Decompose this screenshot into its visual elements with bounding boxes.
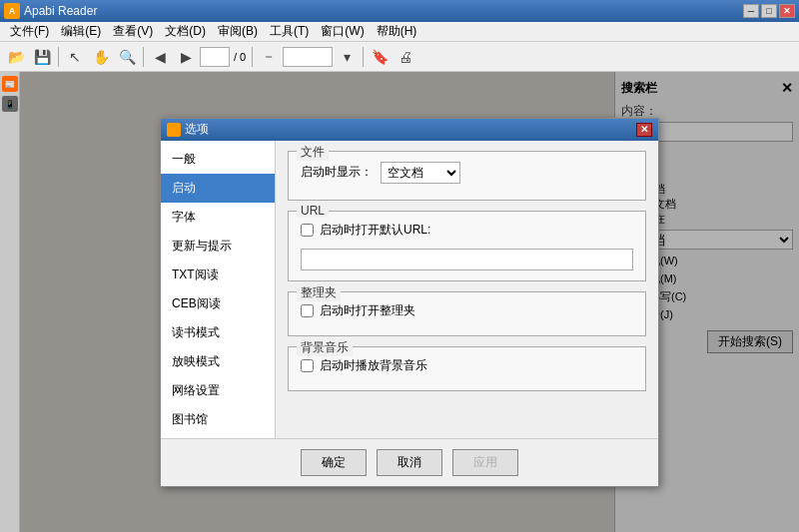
close-button[interactable]: ✕ bbox=[779, 4, 795, 18]
dialog-content: 文件 启动时显示： 空文档 上次文件 对话框 bbox=[276, 141, 658, 438]
nav-ceb-read[interactable]: CEB阅读 bbox=[161, 289, 275, 318]
music-section-label: 背景音乐 bbox=[297, 339, 353, 356]
window-controls: ─ □ ✕ bbox=[743, 4, 795, 18]
next-page-button[interactable]: ▶ bbox=[174, 45, 198, 69]
url-section: URL 启动时打开默认URL: bbox=[288, 211, 646, 281]
app-title: Apabi Reader bbox=[24, 4, 743, 18]
startup-display-row: 启动时显示： 空文档 上次文件 对话框 bbox=[301, 162, 633, 184]
file-section: 文件 启动时显示： 空文档 上次文件 对话框 bbox=[288, 151, 646, 201]
url-section-label: URL bbox=[297, 204, 329, 218]
open-folder-button[interactable]: 📂 bbox=[4, 45, 28, 69]
modal-overlay: 选项 ✕ 一般 启动 字体 更新与提示 TXT阅读 CEB阅读 读书模式 bbox=[20, 72, 799, 532]
separator-3 bbox=[252, 47, 253, 67]
menu-edit[interactable]: 编辑(E) bbox=[55, 21, 107, 42]
sidebar-rss-icon[interactable]: 📰 bbox=[2, 76, 18, 92]
nav-read-mode[interactable]: 读书模式 bbox=[161, 318, 275, 347]
url-checkbox-label: 启动时打开默认URL: bbox=[320, 222, 430, 239]
page-total: / 0 bbox=[232, 51, 248, 63]
toolbar: 📂 💾 ↖ ✋ 🔍 ◀ ▶ / 0 － ▾ 🔖 🖨 bbox=[0, 42, 799, 72]
page-input[interactable] bbox=[200, 47, 230, 67]
save-button[interactable]: 💾 bbox=[30, 45, 54, 69]
dialog-footer: 确定 取消 应用 bbox=[161, 438, 658, 486]
dialog-title: 选项 bbox=[185, 121, 209, 138]
zoom-input[interactable] bbox=[283, 47, 333, 67]
music-section: 背景音乐 启动时播放背景音乐 bbox=[288, 346, 646, 391]
dialog-title-bar: 选项 ✕ bbox=[161, 119, 658, 141]
hand-button[interactable]: ✋ bbox=[89, 45, 113, 69]
url-checkbox[interactable] bbox=[301, 224, 314, 237]
file-section-label: 文件 bbox=[297, 144, 329, 161]
maximize-button[interactable]: □ bbox=[761, 4, 777, 18]
menu-bar: 文件(F) 编辑(E) 查看(V) 文档(D) 审阅(B) 工具(T) 窗口(W… bbox=[0, 22, 799, 42]
print-button[interactable]: 🖨 bbox=[394, 45, 417, 69]
menu-file[interactable]: 文件(F) bbox=[4, 21, 55, 42]
organizer-checkbox[interactable] bbox=[301, 304, 314, 317]
music-checkbox-label: 启动时播放背景音乐 bbox=[320, 357, 427, 374]
organizer-section: 整理夹 启动时打开整理夹 bbox=[288, 291, 646, 336]
apply-button[interactable]: 应用 bbox=[452, 449, 518, 476]
dialog-nav: 一般 启动 字体 更新与提示 TXT阅读 CEB阅读 读书模式 放映模式 网络设… bbox=[161, 141, 276, 438]
menu-view[interactable]: 查看(V) bbox=[107, 21, 159, 42]
organizer-checkbox-label: 启动时打开整理夹 bbox=[320, 302, 415, 319]
cursor-button[interactable]: ↖ bbox=[63, 45, 87, 69]
startup-label: 启动时显示： bbox=[301, 164, 373, 181]
organizer-checkbox-row: 启动时打开整理夹 bbox=[301, 302, 633, 319]
dialog-icon bbox=[167, 123, 181, 137]
nav-slideshow[interactable]: 放映模式 bbox=[161, 347, 275, 376]
main-area: 📰 📱 搜索栏 ✕ 内容： 位置： 文档 打开文档 搜索中文档 文档，在 的文档 bbox=[0, 72, 799, 532]
separator-4 bbox=[363, 47, 364, 67]
menu-window[interactable]: 窗口(W) bbox=[315, 21, 370, 42]
nav-general[interactable]: 一般 bbox=[161, 145, 275, 174]
zoom-out-button[interactable]: － bbox=[257, 45, 281, 69]
url-checkbox-row: 启动时打开默认URL: bbox=[301, 222, 633, 239]
nav-library[interactable]: 图书馆 bbox=[161, 405, 275, 434]
music-checkbox-row: 启动时播放背景音乐 bbox=[301, 357, 633, 374]
menu-tools[interactable]: 工具(T) bbox=[264, 21, 315, 42]
dialog-body: 一般 启动 字体 更新与提示 TXT阅读 CEB阅读 读书模式 放映模式 网络设… bbox=[161, 141, 658, 438]
nav-update[interactable]: 更新与提示 bbox=[161, 232, 275, 261]
zoom-in-button[interactable]: 🔍 bbox=[115, 45, 139, 69]
minimize-button[interactable]: ─ bbox=[743, 4, 759, 18]
nav-font[interactable]: 字体 bbox=[161, 203, 275, 232]
ok-button[interactable]: 确定 bbox=[301, 449, 367, 476]
prev-page-button[interactable]: ◀ bbox=[148, 45, 172, 69]
left-sidebar: 📰 📱 bbox=[0, 72, 20, 532]
dialog-close-button[interactable]: ✕ bbox=[636, 123, 652, 137]
url-input[interactable] bbox=[301, 249, 633, 270]
bookmark-button[interactable]: 🔖 bbox=[368, 45, 392, 69]
organizer-section-label: 整理夹 bbox=[297, 284, 341, 301]
cancel-button[interactable]: 取消 bbox=[377, 449, 442, 476]
separator-1 bbox=[58, 47, 59, 67]
title-bar: A Apabi Reader ─ □ ✕ bbox=[0, 0, 799, 22]
app-icon: A bbox=[4, 3, 20, 19]
zoom-dropdown-button[interactable]: ▾ bbox=[335, 45, 359, 69]
nav-network[interactable]: 网络设置 bbox=[161, 376, 275, 405]
menu-document[interactable]: 文档(D) bbox=[159, 21, 212, 42]
sidebar-device-icon[interactable]: 📱 bbox=[2, 96, 18, 112]
startup-select[interactable]: 空文档 上次文件 对话框 bbox=[381, 162, 460, 184]
content-area: 搜索栏 ✕ 内容： 位置： 文档 打开文档 搜索中文档 文档，在 的文档 匹配(… bbox=[20, 72, 799, 532]
nav-startup[interactable]: 启动 bbox=[161, 174, 275, 203]
music-checkbox[interactable] bbox=[301, 359, 314, 372]
menu-review[interactable]: 审阅(B) bbox=[212, 21, 264, 42]
menu-help[interactable]: 帮助(H) bbox=[371, 21, 423, 42]
nav-txt-read[interactable]: TXT阅读 bbox=[161, 261, 275, 289]
separator-2 bbox=[143, 47, 144, 67]
options-dialog: 选项 ✕ 一般 启动 字体 更新与提示 TXT阅读 CEB阅读 读书模式 bbox=[160, 118, 659, 487]
